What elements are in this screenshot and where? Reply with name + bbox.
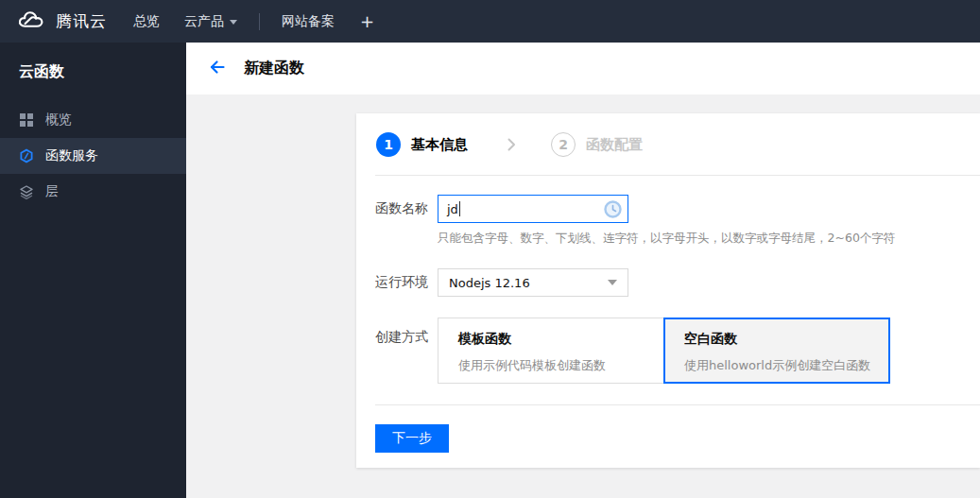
sidebar-item-layers[interactable]: 层 [0, 174, 186, 210]
basic-info-form: 函数名称 jd 只能包含字母、数字、下划线、连字符，以字母开头，以数字或字母结尾… [375, 195, 980, 384]
page-header: 新建函数 [186, 43, 980, 94]
arrow-left-icon [209, 60, 226, 78]
method-card-template[interactable]: 模板函数 使用示例代码模板创建函数 [438, 318, 664, 384]
function-name-value: jd [447, 202, 458, 216]
step-1-label: 基本信息 [411, 136, 468, 154]
wizard-steps: 1 基本信息 2 函数配置 [356, 113, 980, 157]
brand-name: 腾讯云 [56, 10, 107, 32]
sidebar-title: 云函数 [0, 43, 186, 102]
nav-item-products-label: 云产品 [184, 13, 224, 30]
method-card-blank-title: 空白函数 [684, 331, 888, 348]
back-button[interactable] [209, 60, 226, 78]
grid-icon [19, 112, 34, 128]
chevron-down-icon [230, 20, 237, 25]
caret-down-icon [608, 280, 617, 285]
function-name-label: 函数名称 [375, 200, 438, 217]
section-divider [375, 175, 980, 176]
function-name-input[interactable]: jd [438, 195, 628, 223]
clock-icon [604, 200, 622, 222]
step-chevron-icon [507, 138, 516, 151]
cloud-logo-icon [16, 9, 47, 34]
step-1-number-badge: 1 [376, 132, 401, 157]
add-tab-button[interactable]: + [347, 0, 387, 43]
method-card-template-desc: 使用示例代码模板创建函数 [458, 357, 663, 374]
nav-divider [259, 13, 260, 30]
text-cursor [459, 201, 460, 216]
method-card-blank[interactable]: 空白函数 使用helloworld示例创建空白函数 [663, 318, 890, 384]
sidebar-item-function-service[interactable]: 函数服务 [0, 138, 186, 174]
nav-item-overview[interactable]: 总览 [121, 0, 172, 43]
scf-icon [19, 148, 34, 163]
runtime-selected-value: Nodejs 12.16 [449, 276, 530, 290]
topbar: 腾讯云 总览 云产品 网站备案 + [0, 0, 980, 43]
plus-icon: + [360, 11, 374, 31]
method-card-template-title: 模板函数 [458, 331, 663, 348]
method-card-group: 模板函数 使用示例代码模板创建函数 空白函数 使用helloworld示例创建空… [438, 318, 890, 384]
footer-divider [375, 404, 980, 405]
layers-icon [19, 184, 34, 199]
sidebar-item-layers-label: 层 [45, 183, 59, 200]
sidebar-item-overview-label: 概览 [45, 112, 72, 129]
nav-item-products[interactable]: 云产品 [172, 0, 249, 43]
sidebar-item-overview[interactable]: 概览 [0, 102, 186, 138]
runtime-label: 运行环境 [375, 274, 438, 291]
runtime-select[interactable]: Nodejs 12.16 [438, 268, 628, 297]
method-card-blank-desc: 使用helloworld示例创建空白函数 [684, 357, 888, 374]
creation-method-label: 创建方式 [375, 318, 438, 346]
nav-item-icp-label: 网站备案 [282, 13, 335, 30]
page-title: 新建函数 [244, 59, 304, 78]
content-area: 1 基本信息 2 函数配置 函数名称 jd [186, 94, 980, 498]
step-2-number-badge: 2 [551, 132, 576, 157]
create-function-card: 1 基本信息 2 函数配置 函数名称 jd [356, 113, 980, 468]
function-name-hint: 只能包含字母、数字、下划线、连字符，以字母开头，以数字或字母结尾，2~60个字符 [438, 231, 980, 247]
step-2-label: 函数配置 [586, 136, 643, 154]
nav-item-icp[interactable]: 网站备案 [269, 0, 347, 43]
nav-item-overview-label: 总览 [133, 13, 160, 30]
sidebar: 云函数 概览 函数服务 层 [0, 43, 186, 498]
sidebar-item-function-service-label: 函数服务 [45, 147, 98, 164]
tencent-cloud-logo[interactable]: 腾讯云 [0, 9, 107, 34]
next-button[interactable]: 下一步 [375, 424, 449, 453]
topnav: 总览 云产品 网站备案 + [121, 0, 387, 43]
